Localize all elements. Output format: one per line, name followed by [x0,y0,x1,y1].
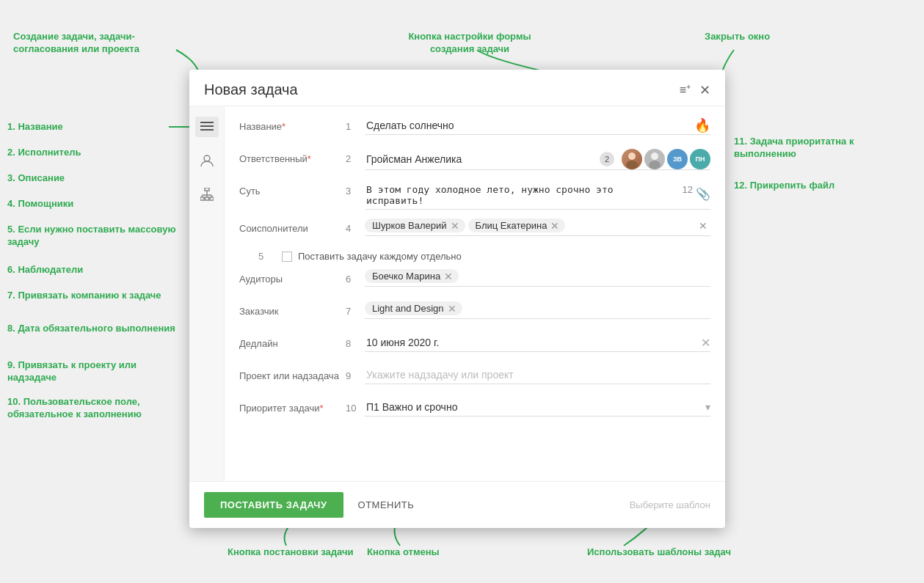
annotation-settings: Кнопка настройки формы создания задачи [389,31,550,56]
annotation-template: Использовать шаблоны задач [587,546,731,559]
name-row: Название* 1 🔥 [239,117,710,140]
project-input[interactable] [365,366,710,384]
annotation-9: 9. Привязать к проекту или надзадаче [7,359,176,384]
priority-row: Приоритет задачи* 10 П1 Важно и срочно ▾ [239,398,710,422]
separate-task-checkbox[interactable] [282,252,292,262]
deadline-num: 8 [346,334,360,349]
annotation-close: Закрыть окно [705,31,770,43]
chip-boechko-remove[interactable]: ✕ [444,271,453,282]
annotation-2: 2. Исполнитель [7,147,81,159]
annotation-12: 12. Прикрепить файл [734,180,834,192]
svg-point-15 [626,161,638,169]
deadline-wrap: 10 июня 2020 г. ✕ [365,334,710,352]
svg-rect-1 [200,122,214,123]
chip-shukov-remove[interactable]: ✕ [451,221,459,231]
auditors-row: Аудиторы 6 Боечко Марина ✕ [239,269,710,293]
sidebar-hierarchy-icon[interactable] [195,184,219,205]
chip-boechko: Боечко Марина ✕ [365,269,459,283]
annotation-cancel: Кнопка отмены [367,546,440,559]
modal-title: Новая задача [204,81,298,98]
svg-rect-7 [205,197,208,200]
chip-shukov: Шурков Валерий ✕ [365,219,465,232]
annotation-3: 3. Описание [7,172,65,185]
coexecutors-clear[interactable]: ✕ [699,221,707,231]
chip-customer: Light and Design ✕ [365,301,462,315]
svg-rect-8 [210,197,214,200]
modal-form: Название* 1 🔥 Ответственный* 2 2 [225,106,725,481]
priority-wrap: П1 Важно и срочно ▾ [365,398,710,417]
avatar-gray [644,149,665,169]
settings-icon-btn[interactable]: ≡+ [680,83,691,97]
name-input[interactable] [365,117,690,134]
svg-point-17 [649,161,661,169]
avatar-group: ЗВ ПН [622,149,710,169]
description-row: Суть 3 В этом году холодное лето, нужно … [239,181,710,210]
svg-point-4 [204,155,210,161]
coexecutors-chips: Шурков Валерий ✕ Блиц Екатерина ✕ ✕ [365,219,710,236]
chip-blitz: Блиц Екатерина ✕ [468,219,566,232]
customer-label: Заказчик [239,301,346,317]
svg-rect-5 [205,188,209,191]
annotation-10: 10. Пользовательское поле, обязательное … [7,396,176,421]
template-link[interactable]: Выберите шаблон [630,499,710,510]
svg-point-16 [651,153,658,160]
name-label: Название* [239,117,346,132]
assignee-label: Ответственный* [239,149,346,164]
annotation-6: 6. Наблюдатели [7,264,83,276]
deadline-label: Дедлайн [239,334,346,349]
coexecutors-label: Соисполнители [239,219,346,234]
priority-dropdown-arrow[interactable]: ▾ [705,401,710,413]
chip-customer-remove[interactable]: ✕ [448,304,456,314]
separate-task-row: 5 Поставить задачу каждому отдельно [258,251,710,262]
annotation-submit: Кнопка постановки задачи [228,546,354,559]
auditors-chips: Боечко Марина ✕ [365,269,710,287]
deadline-clear[interactable]: ✕ [701,336,710,350]
cancel-button[interactable]: ОТМЕНИТЬ [358,499,415,510]
annotation-5: 5. Если нужно поставить массовую задачу [7,224,176,249]
separate-num: 5 [258,251,273,262]
modal-header: Новая задача ≡+ ✕ [189,70,725,106]
avatar-pn: ПН [690,149,710,169]
annotation-11: 11. Задача приоритатна к выполнению [734,136,895,161]
svg-rect-6 [200,197,204,200]
desc-num12: 12 [683,184,693,195]
assignee-row: Ответственный* 2 2 ЗВ П [239,149,710,172]
close-icon-btn[interactable]: ✕ [699,82,710,98]
assignee-wrap: 2 ЗВ ПН [365,149,710,170]
svg-rect-3 [200,129,214,131]
assignee-input[interactable] [365,150,595,168]
annotation-4: 4. Помощники [7,198,73,210]
annotation-7: 7. Привязать компанию к задаче [7,290,161,302]
task-modal: Новая задача ≡+ ✕ Название* [189,70,725,528]
name-field-wrap: 🔥 [365,117,710,135]
customer-row: Заказчик 7 Light and Design ✕ [239,301,710,325]
modal-body: Название* 1 🔥 Ответственный* 2 2 [189,106,725,481]
coexecutors-num: 4 [346,219,360,234]
annotation-title: Создание задачи, задачи-согласования или… [13,31,189,56]
separate-task-label: Поставить задачу каждому отдельно [298,251,462,262]
customer-num: 7 [346,301,360,317]
header-icons: ≡+ ✕ [680,82,710,98]
project-num: 9 [346,366,360,381]
assignee-num: 2 [346,149,360,164]
customer-chips: Light and Design ✕ [365,301,710,319]
deadline-row: Дедлайн 8 10 июня 2020 г. ✕ [239,334,710,357]
sidebar-task-icon[interactable] [195,117,219,137]
svg-rect-2 [200,125,214,127]
sidebar-person-icon[interactable] [195,150,219,171]
auditors-label: Аудиторы [239,269,346,285]
project-row: Проект или надзадача 9 [239,366,710,389]
description-textarea[interactable]: В этом году холодное лето, нужно срочно … [365,181,678,209]
submit-button[interactable]: ПОСТАВИТЬ ЗАДАЧУ [204,492,343,518]
auditors-num: 6 [346,269,360,285]
priority-label: Приоритет задачи* [239,398,346,414]
modal-footer: ПОСТАВИТЬ ЗАДАЧУ ОТМЕНИТЬ Выберите шабло… [189,481,725,528]
modal-sidebar [189,106,225,481]
description-wrap: В этом году холодное лето, нужно срочно … [365,181,710,210]
annotation-8: 8. Дата обязательного выполнения [7,323,175,335]
assignee-count-badge: 2 [600,152,614,166]
annotation-1: 1. Название [7,121,63,133]
attach-icon[interactable]: 📎 [696,184,710,201]
priority-num: 10 [346,398,360,414]
chip-blitz-remove[interactable]: ✕ [550,221,559,231]
